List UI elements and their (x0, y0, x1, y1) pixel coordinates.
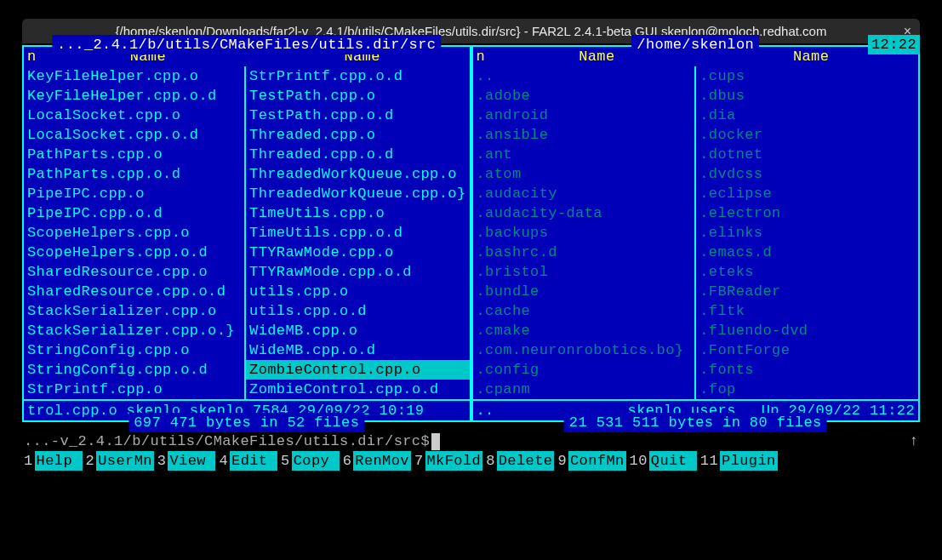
file-item[interactable]: ScopeHelpers.cpp.o.d (24, 243, 244, 262)
file-item[interactable]: .dotnet (696, 145, 918, 164)
file-item[interactable]: .docker (696, 125, 918, 145)
file-item[interactable]: StrPrintf.cpp.o.d (246, 66, 469, 86)
fkey-copy[interactable]: 5Copy (279, 451, 340, 471)
file-item[interactable]: Threaded.cpp.o (246, 125, 469, 145)
key-number: 11 (699, 451, 720, 471)
file-item[interactable]: .atom (473, 164, 695, 184)
file-item[interactable]: StringConfig.cpp.o (24, 340, 244, 360)
file-item[interactable]: .audacity-data (473, 203, 695, 223)
file-item[interactable]: WideMB.cpp.o.d (246, 340, 469, 360)
file-item[interactable]: .fonts (696, 360, 918, 380)
file-item[interactable]: TestPath.cpp.o.d (246, 106, 469, 125)
file-item[interactable]: SharedResource.cpp.o.d (24, 282, 244, 301)
key-label: Edit (230, 451, 277, 471)
left-panel[interactable]: ..._2.4.1/b/utils/CMakeFiles/utils.dir/s… (22, 45, 471, 422)
file-item[interactable]: .cache (473, 301, 695, 321)
fkey-renmov[interactable]: 6RenMov (341, 451, 411, 471)
file-item[interactable]: .cups (696, 66, 918, 86)
fkey-edit[interactable]: 4Edit (217, 451, 277, 471)
left-summary: 697 471 bytes in 52 files (128, 413, 364, 432)
file-item[interactable]: .elinks (696, 223, 918, 243)
fkey-plugin[interactable]: 11Plugin (699, 451, 778, 471)
file-item[interactable]: KeyFileHelper.cpp.o.d (24, 86, 244, 106)
command-line[interactable]: ...-v_2.4.1/b/utils/CMakeFiles/utils.dir… (22, 431, 920, 451)
fkey-usermn[interactable]: 2UserMn (84, 451, 154, 471)
file-item[interactable]: .electron (696, 203, 918, 223)
file-item[interactable]: ThreadedWorkQueue.cpp.o (246, 164, 469, 184)
file-item[interactable]: .audacity (473, 184, 695, 203)
file-item[interactable]: StackSerializer.cpp.o (24, 301, 244, 321)
key-number: 9 (556, 451, 568, 471)
file-item[interactable]: ZombieControl.cpp.o.d (246, 380, 469, 399)
fkey-quit[interactable]: 10Quit (628, 451, 697, 471)
file-item[interactable]: PipeIPC.cpp.o (24, 184, 244, 203)
fkey-help[interactable]: 1Help (22, 451, 83, 471)
file-item[interactable]: Threaded.cpp.o.d (246, 145, 469, 164)
file-item[interactable]: .bundle (473, 282, 695, 301)
file-item[interactable]: WideMB.cpp.o (246, 321, 469, 340)
file-item[interactable]: StringConfig.cpp.o.d (24, 360, 244, 380)
file-item[interactable]: .ansible (473, 125, 695, 145)
file-item[interactable]: TTYRawMode.cpp.o.d (246, 262, 469, 282)
key-label: RenMov (353, 451, 411, 471)
file-item[interactable]: .config (473, 360, 695, 380)
file-item[interactable]: SharedResource.cpp.o (24, 262, 244, 282)
file-item[interactable]: TTYRawMode.cpp.o (246, 243, 469, 262)
file-item[interactable]: .adobe (473, 86, 695, 106)
file-item[interactable]: .dvdcss (696, 164, 918, 184)
file-item[interactable]: .FBReader (696, 282, 918, 301)
left-panel-path[interactable]: ..._2.4.1/b/utils/CMakeFiles/utils.dir/s… (52, 35, 441, 54)
file-item[interactable]: ZombieControl.cpp.o (246, 360, 469, 380)
file-item[interactable]: utils.cpp.o.d (246, 301, 469, 321)
col-n-header: n (24, 47, 41, 66)
file-item[interactable]: .dia (696, 106, 918, 125)
key-number: 3 (156, 451, 168, 471)
file-item[interactable]: .ant (473, 145, 695, 164)
file-item[interactable]: .android (473, 106, 695, 125)
fkey-delete[interactable]: 8Delete (484, 451, 554, 471)
file-item[interactable]: .cmake (473, 321, 695, 340)
file-item[interactable]: LocalSocket.cpp.o.d (24, 125, 244, 145)
key-label: Delete (497, 451, 555, 471)
file-item[interactable]: PipeIPC.cpp.o.d (24, 203, 244, 223)
file-item[interactable]: utils.cpp.o (246, 282, 469, 301)
file-item[interactable]: KeyFileHelper.cpp.o (24, 66, 244, 86)
key-number: 2 (84, 451, 97, 471)
file-item[interactable]: ThreadedWorkQueue.cpp.o} (246, 184, 469, 203)
file-item[interactable]: .bashrc.d (473, 243, 695, 262)
file-item[interactable]: .cpanm (473, 380, 695, 399)
file-item[interactable]: PathParts.cpp.o.d (24, 164, 244, 184)
scroll-up-icon[interactable]: ↑ (909, 431, 918, 451)
file-item[interactable]: .FontForge (696, 340, 918, 360)
file-item[interactable]: .fluendo-dvd (696, 321, 918, 340)
file-item[interactable]: .backups (473, 223, 695, 243)
file-item[interactable]: StrPrintf.cpp.o (24, 380, 244, 399)
file-item[interactable]: .emacs.d (696, 243, 918, 262)
right-panel-path[interactable]: /home/skenlon (631, 35, 759, 54)
file-item[interactable]: LocalSocket.cpp.o (24, 106, 244, 125)
file-item[interactable]: StackSerializer.cpp.o.} (24, 321, 244, 340)
file-item[interactable]: .fltk (696, 301, 918, 321)
fkey-mkfold[interactable]: 7MkFold (413, 451, 482, 471)
key-label: MkFold (425, 451, 483, 471)
file-item[interactable]: TestPath.cpp.o (246, 86, 469, 106)
prompt: ...-v_2.4.1/b/utils/CMakeFiles/utils.dir… (24, 431, 430, 451)
file-item[interactable]: TimeUtils.cpp.o.d (246, 223, 469, 243)
file-item[interactable]: .bristol (473, 262, 695, 282)
file-item[interactable]: ScopeHelpers.cpp.o (24, 223, 244, 243)
file-item[interactable]: TimeUtils.cpp.o (246, 203, 469, 223)
cursor-icon (431, 433, 440, 450)
file-item[interactable]: .eteks (696, 262, 918, 282)
file-item[interactable]: .. (473, 66, 695, 86)
key-number: 7 (413, 451, 425, 471)
file-item[interactable]: PathParts.cpp.o (24, 145, 244, 164)
fkey-confmn[interactable]: 9ConfMn (556, 451, 625, 471)
clock: 12:22 (868, 35, 920, 54)
file-item[interactable]: .fop (696, 380, 918, 399)
right-panel[interactable]: /home/skenlon 12:22 n Name Name ...adobe… (471, 45, 921, 422)
fkey-[interactable] (779, 451, 831, 471)
file-item[interactable]: .eclipse (696, 184, 918, 203)
fkey-view[interactable]: 3View (156, 451, 216, 471)
file-item[interactable]: .dbus (696, 86, 918, 106)
file-item[interactable]: .com.neuronrobotics.bo} (473, 340, 695, 360)
